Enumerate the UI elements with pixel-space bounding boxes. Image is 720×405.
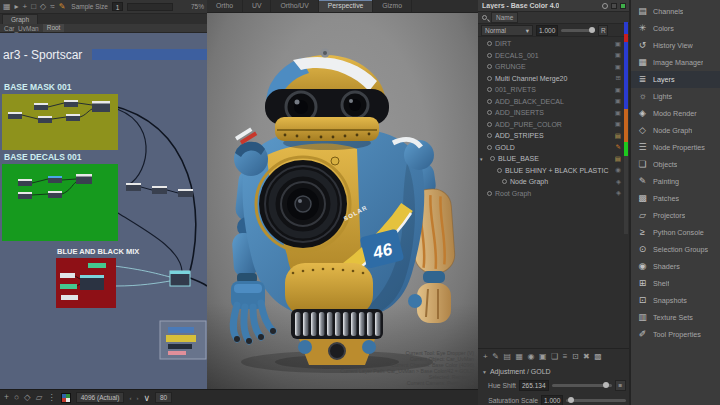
layer-tag-scrollbar[interactable] [624, 22, 628, 234]
resolution-dropdown[interactable]: 4096 (Actual) [76, 392, 125, 403]
move-icon[interactable]: + [23, 3, 28, 11]
palette-tab-shelf[interactable]: ⊞Shelf [631, 275, 720, 292]
palette-tab-patches[interactable]: ▩Patches [631, 190, 720, 207]
palette-tab-objects[interactable]: ❏Objects [631, 156, 720, 173]
layer-cache-icon[interactable]: ▣ [615, 109, 621, 117]
node-graph-layer-icon[interactable]: ◈ [616, 189, 621, 197]
layer-opacity-value[interactable]: 1.000 [536, 25, 558, 36]
palette-tab-selection-groups[interactable]: ⊙Selection Groups [631, 241, 720, 258]
visibility-eye-icon[interactable] [487, 87, 492, 92]
palette-tab-texture-sets[interactable]: ▥Texture Sets [631, 309, 720, 326]
expand-caret-icon[interactable]: ▾ [480, 156, 487, 162]
layer-opacity-slider[interactable] [561, 29, 595, 32]
group-layers-icon[interactable]: ❏ [551, 353, 558, 361]
add-adjustment-icon[interactable]: ◉ [528, 353, 535, 361]
paint-layer-icon[interactable]: ✎ [616, 143, 621, 151]
palette-tab-channels[interactable]: ▤Channels [631, 3, 720, 20]
visibility-eye-icon[interactable] [487, 133, 492, 138]
merge-nodes[interactable] [126, 183, 193, 197]
lock-layer-icon[interactable]: ▩ [594, 353, 602, 361]
diamond-icon[interactable]: ◇ [24, 393, 31, 402]
visibility-eye-icon[interactable] [502, 179, 507, 184]
layer-cache-icon[interactable]: ▣ [615, 40, 621, 48]
layer-row[interactable]: Root Graph◈ [478, 188, 623, 200]
pen-icon[interactable]: ✎ [59, 3, 66, 11]
palette-tab-shaders[interactable]: ◉Shaders [631, 258, 720, 275]
visibility-eye-icon[interactable] [487, 145, 492, 150]
filter-mode-dropdown[interactable]: Name [491, 12, 518, 23]
layer-row[interactable]: BLUE SHINY + BLACK PLASTIC◉ [478, 165, 623, 177]
remove-layer-icon[interactable]: ✖ [583, 353, 590, 361]
visibility-eye-icon[interactable] [490, 156, 495, 161]
palette-tab-projectors[interactable]: ▱Projectors [631, 207, 720, 224]
palette-tab-snapshots[interactable]: ⊡Snapshots [631, 292, 720, 309]
tab-graph[interactable]: Graph [2, 14, 38, 24]
frame-base-decals[interactable] [2, 164, 118, 241]
brush-size-value[interactable]: 80 [155, 392, 172, 403]
duplicate-layer-icon[interactable]: ⊡ [572, 353, 579, 361]
node-graph-minimap[interactable] [160, 321, 206, 359]
palette-tab-node-graph[interactable]: ◇Node Graph [631, 122, 720, 139]
node-icon[interactable]: ◇ [40, 3, 46, 11]
grid-icon[interactable]: ▦ [3, 3, 11, 11]
layer-row[interactable]: Node Graph◈ [478, 176, 623, 188]
dots-icon[interactable]: ⋮ [47, 393, 56, 402]
layer-cache-icon[interactable]: ▣ [615, 63, 621, 71]
blend-mode-dropdown[interactable]: Normal▾ [481, 25, 533, 36]
palette-tab-painting[interactable]: ✎Painting [631, 173, 720, 190]
color-swatch[interactable] [61, 393, 71, 403]
visibility-eye-icon[interactable] [487, 41, 492, 46]
layer-row[interactable]: GRUNGE▣ [478, 61, 623, 73]
add-procedural-icon[interactable]: ▤ [503, 353, 511, 361]
pin-palette-icon[interactable] [602, 3, 608, 9]
layer-cache-icon[interactable]: ▣ [615, 120, 621, 128]
palette-tab-image-manager[interactable]: ▦Image Manager [631, 54, 720, 71]
marquee-icon[interactable]: □ [31, 3, 36, 11]
adjustment-section-header[interactable]: ▼ Adjustment / GOLD [478, 366, 630, 377]
layer-row[interactable]: DECALS_001▣ [478, 50, 623, 62]
resolution-increase-button[interactable]: › [136, 395, 138, 401]
visibility-eye-icon[interactable] [487, 64, 492, 69]
palette-tab-colors[interactable]: ✳Colors [631, 20, 720, 37]
tab-ortho-uv[interactable]: Ortho/UV [271, 0, 318, 12]
multi-channel-icon[interactable]: ⊞ [616, 74, 621, 82]
palette-tab-history-view[interactable]: ↺History View [631, 37, 720, 54]
merge-layers-icon[interactable]: ≡ [563, 353, 568, 361]
layer-cache-icon[interactable]: ▣ [615, 51, 621, 59]
palette-tab-lights[interactable]: ☼Lights [631, 88, 720, 105]
visibility-eye-icon[interactable] [487, 76, 492, 81]
add-layer-icon[interactable]: + [483, 353, 488, 361]
viewport-canvas[interactable]: SOLAR 46 [207, 13, 478, 389]
layer-row[interactable]: 001_RIVETS▣ [478, 84, 623, 96]
palette-tab-node-properties[interactable]: ☰Node Properties [631, 139, 720, 156]
shader-sphere-icon[interactable]: ◉ [615, 166, 621, 174]
cursor-icon[interactable]: ▸ [15, 3, 19, 11]
tab-ortho[interactable]: Ortho [207, 0, 243, 12]
circle-select-icon[interactable]: ○ [14, 393, 19, 402]
hue-shift-slider[interactable] [552, 384, 613, 387]
layer-cache-icon[interactable]: ▣ [615, 97, 621, 105]
saturation-slider[interactable] [566, 399, 626, 402]
saturation-value[interactable]: 1.000 [541, 395, 563, 405]
sample-size-value[interactable]: 1 [112, 2, 124, 11]
palette-tab-layers[interactable]: ≣Layers [631, 71, 720, 88]
breadcrumb-root[interactable]: Root [43, 24, 65, 32]
detach-palette-icon[interactable] [611, 3, 617, 9]
breadcrumb-object[interactable]: Car_UvMan [4, 25, 39, 32]
resolution-decrease-button[interactable]: ‹ [129, 395, 131, 401]
palette-tab-modo-render[interactable]: ◈Modo Render [631, 105, 720, 122]
layer-row[interactable]: ADD_BLACK_DECAL▣ [478, 96, 623, 108]
palette-tab-tool-properties[interactable]: ✐Tool Properties [631, 326, 720, 343]
tab-gizmo[interactable]: Gizmo [373, 0, 412, 12]
visibility-eye-icon[interactable] [487, 191, 492, 196]
visibility-eye-icon[interactable] [487, 110, 492, 115]
folder-icon[interactable]: ▤ [615, 132, 621, 140]
layer-row[interactable]: Multi Channel Merge20⊞ [478, 73, 623, 85]
layer-row-group[interactable]: ▾BLUE_BASE▤ [478, 153, 623, 165]
folder-icon[interactable]: ▤ [615, 155, 621, 163]
visibility-eye-icon[interactable] [487, 122, 492, 127]
layer-row[interactable]: ADD_PURE_COLOR▣ [478, 119, 623, 131]
add-graph-layer-icon[interactable]: ▦ [515, 353, 523, 361]
layer-row[interactable]: ADD_INSERTS▣ [478, 107, 623, 119]
add-paint-layer-icon[interactable]: ✎ [492, 353, 499, 361]
